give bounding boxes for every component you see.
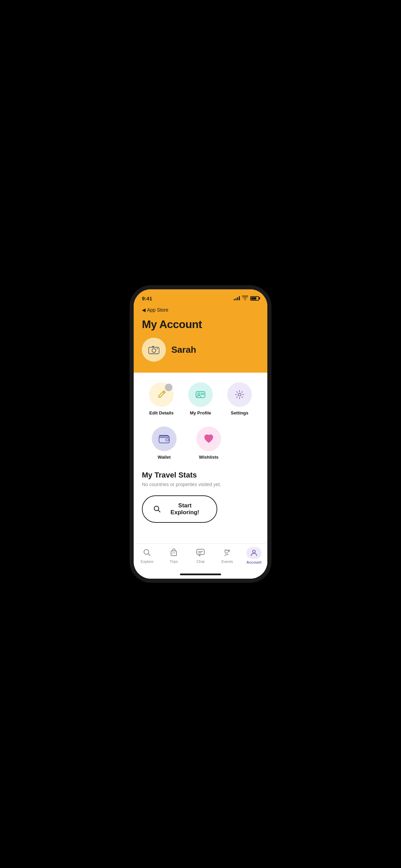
main-content: Edit Details My Profile (134, 373, 267, 543)
tab-account[interactable]: Account (244, 547, 264, 564)
wallet-item[interactable]: Wallet (149, 426, 180, 460)
explore-btn-label: Start Exploring! (164, 502, 206, 516)
heart-icon (203, 433, 214, 444)
status-time: 9:41 (142, 296, 152, 301)
tab-bar: Explore Trips Chat (134, 543, 267, 571)
account-icon-bg (246, 547, 262, 559)
svg-line-12 (158, 510, 160, 512)
tab-trips-label: Trips (170, 559, 178, 564)
home-bar (180, 574, 221, 575)
my-profile-icon-bg (188, 382, 213, 407)
wishlists-icon-bg (196, 426, 221, 451)
camera-icon (148, 344, 159, 355)
home-indicator (134, 571, 267, 579)
tab-chat[interactable]: Chat (190, 547, 211, 564)
wifi-icon (242, 296, 248, 301)
svg-rect-15 (171, 551, 177, 556)
svg-rect-2 (152, 346, 154, 348)
settings-item[interactable]: Settings (224, 382, 255, 415)
tab-trips[interactable]: Trips (163, 547, 184, 564)
gear-icon (234, 389, 245, 400)
chat-icon (195, 547, 206, 558)
tab-explore-label: Explore (141, 559, 153, 564)
svg-rect-17 (197, 549, 204, 555)
wallet-icon (158, 434, 170, 444)
status-icons (234, 296, 259, 301)
explore-icon (142, 547, 153, 558)
wallet-label: Wallet (158, 455, 171, 460)
tab-explore[interactable]: Explore (137, 547, 157, 564)
travel-stats-section: My Travel Stats No countries or properti… (142, 471, 259, 487)
tab-events-label: Events (221, 559, 233, 564)
travel-stats-subtitle: No countries or properties visited yet. (142, 482, 259, 487)
profile-card-icon (195, 389, 206, 400)
back-arrow-icon: ◀ (142, 307, 146, 313)
svg-rect-10 (166, 439, 169, 441)
nav-back[interactable]: ◀ App Store (142, 307, 259, 313)
svg-point-5 (198, 393, 200, 395)
avatar[interactable] (142, 338, 166, 362)
tab-chat-label: Chat (196, 559, 204, 564)
events-icon (222, 547, 233, 558)
trips-icon (168, 547, 179, 558)
search-icon (154, 505, 161, 513)
travel-stats-title: My Travel Stats (142, 471, 259, 480)
page-title: My Account (142, 318, 259, 331)
signal-bars-icon (234, 296, 240, 300)
my-profile-label: My Profile (190, 410, 211, 415)
wishlists-item[interactable]: Wishlists (193, 426, 224, 460)
svg-point-3 (157, 348, 158, 349)
user-row: Sarah (142, 338, 259, 362)
tab-account-label: Account (246, 560, 262, 564)
wallet-icon-bg (152, 426, 177, 451)
battery-icon (250, 296, 259, 301)
account-icon (250, 549, 258, 557)
pencil-icon (156, 389, 167, 400)
settings-icon-bg (227, 382, 252, 407)
grid-row-1: Edit Details My Profile (142, 382, 259, 415)
edit-details-item[interactable]: Edit Details (146, 382, 177, 415)
user-name: Sarah (171, 345, 196, 355)
start-exploring-button[interactable]: Start Exploring! (142, 495, 217, 523)
svg-point-1 (152, 349, 156, 352)
grid-row-2: Wallet Wishlists (142, 426, 259, 460)
back-label: App Store (147, 307, 168, 313)
status-bar: 9:41 (134, 289, 267, 304)
wishlists-label: Wishlists (199, 455, 219, 460)
edit-details-label: Edit Details (149, 410, 174, 415)
svg-point-20 (253, 550, 255, 553)
svg-line-14 (148, 554, 150, 556)
edit-details-icon-bg (149, 382, 174, 407)
header-section: ◀ App Store My Account Sarah (134, 304, 267, 373)
settings-label: Settings (231, 410, 248, 415)
toggle-dot (165, 384, 172, 391)
tab-events[interactable]: Events (217, 547, 238, 564)
svg-point-8 (238, 393, 241, 396)
my-profile-item[interactable]: My Profile (185, 382, 216, 415)
